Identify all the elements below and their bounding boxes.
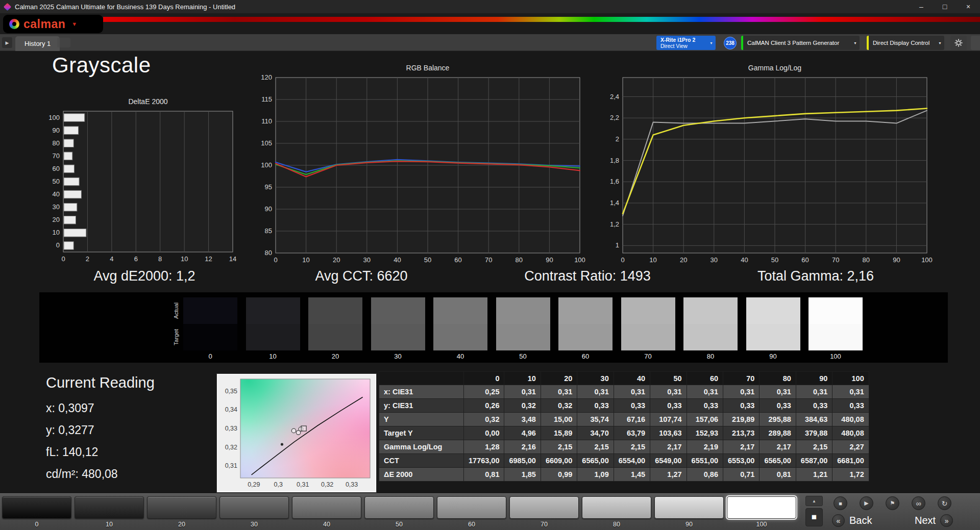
avg-de-stat: Avg dE2000: 1,2	[93, 268, 195, 284]
table-cell: 0,33	[723, 399, 760, 413]
svg-text:80: 80	[265, 249, 272, 257]
svg-text:110: 110	[261, 117, 272, 125]
svg-text:50: 50	[771, 256, 778, 264]
table-cell: 0,33	[614, 399, 650, 413]
target-swatch	[433, 324, 487, 350]
pattern-bar-expand-button[interactable]: ▲	[805, 496, 823, 506]
table-cell: 34,70	[577, 426, 614, 440]
svg-text:1,6: 1,6	[610, 178, 619, 185]
swatch-level-label: 60	[558, 352, 612, 360]
back-button[interactable]: « Back	[832, 514, 872, 527]
table-cell: 1,28	[464, 440, 504, 454]
grayscale-swatch-40	[433, 297, 487, 350]
target-swatch	[746, 324, 800, 350]
page-title: Grayscale	[52, 53, 151, 78]
table-column-header: 50	[650, 372, 687, 385]
grayscale-swatch-0	[183, 297, 237, 350]
table-cell: 1,45	[614, 468, 650, 482]
table-cell: 289,88	[760, 426, 796, 440]
target-swatch	[308, 324, 362, 350]
pattern-level-button-20[interactable]	[147, 496, 216, 519]
refresh-button[interactable]: ↻	[938, 496, 951, 510]
display-control-dropdown[interactable]: Direct Display Control ▼	[867, 36, 944, 50]
stop-button[interactable]: ■	[834, 496, 847, 510]
next-button[interactable]: Next »	[915, 514, 953, 527]
target-swatch	[808, 324, 863, 350]
table-cell: 0,33	[650, 399, 687, 413]
pattern-level-button-80[interactable]	[582, 496, 651, 519]
svg-text:0,3: 0,3	[274, 481, 283, 488]
pattern-level-button-90[interactable]	[654, 496, 724, 519]
pattern-level-label: 10	[75, 521, 144, 528]
pattern-level-button-30[interactable]	[219, 496, 289, 519]
table-cell: 67,16	[614, 413, 650, 426]
chart-title: RGB Balance	[254, 63, 587, 73]
table-row-label: Gamma Log/Log	[379, 440, 464, 454]
flag-button[interactable]: ⚑	[886, 496, 899, 510]
svg-text:100: 100	[921, 256, 933, 264]
target-swatch	[683, 324, 738, 350]
actual-swatch	[683, 297, 738, 324]
table-row-label: Y	[379, 413, 464, 426]
table-cell: 6553,00	[723, 454, 760, 468]
svg-text:90: 90	[53, 127, 60, 134]
table-cell: 0,32	[464, 413, 504, 426]
pattern-level-label: 40	[292, 521, 361, 528]
svg-text:2,4: 2,4	[610, 93, 619, 100]
toolbar-overflow	[971, 36, 980, 50]
grayscale-swatch-10	[246, 297, 300, 350]
target-swatch	[558, 324, 612, 350]
tab-history-1[interactable]: History 1	[15, 36, 60, 51]
meter-mode: Direct View	[660, 43, 688, 49]
grayscale-swatch-100	[808, 297, 863, 350]
maximize-button[interactable]: □	[933, 0, 957, 13]
table-cell: 103,63	[650, 426, 687, 440]
svg-text:85: 85	[265, 227, 272, 235]
pattern-level-label: 80	[582, 521, 651, 528]
meter-dropdown[interactable]: X-Rite i1Pro 2 Direct View ▼	[656, 36, 716, 50]
table-column-header: 0	[464, 372, 504, 385]
loop-button[interactable]: ∞	[912, 496, 925, 510]
svg-text:90: 90	[893, 256, 900, 264]
pattern-level-button-40[interactable]	[292, 496, 361, 519]
pattern-level-button-50[interactable]	[364, 496, 434, 519]
new-tab-button[interactable]	[57, 38, 70, 47]
brand-row: calman ▼	[0, 13, 980, 34]
svg-text:100: 100	[261, 161, 272, 169]
table-row-label: ΔE 2000	[379, 468, 464, 482]
pattern-level-button-100[interactable]	[727, 496, 796, 519]
svg-text:20: 20	[680, 256, 687, 264]
tab-scroll-button[interactable]: ▶	[2, 37, 12, 48]
cie-chromaticity-chart: 0,290,30,310,320,330,310,320,330,340,35	[217, 374, 376, 492]
table-cell: 0,33	[796, 399, 832, 413]
play-button[interactable]: ▶	[860, 496, 873, 510]
close-button[interactable]: ×	[957, 0, 980, 13]
calman-menu-button[interactable]: calman ▼	[3, 15, 103, 33]
table-cell: 6549,00	[650, 454, 687, 468]
table-cell: 2,15	[541, 440, 577, 454]
table-cell: 219,89	[723, 413, 760, 426]
svg-text:0,31: 0,31	[297, 481, 309, 488]
svg-text:2,2: 2,2	[610, 114, 619, 121]
settings-button[interactable]	[950, 36, 967, 50]
main-layout: Grayscale DeltaE 20000246810121401020304…	[0, 51, 980, 493]
svg-text:70: 70	[485, 256, 492, 264]
pattern-level-button-10[interactable]	[75, 496, 144, 519]
actual-swatch	[246, 297, 300, 324]
pattern-level-button-60[interactable]	[437, 496, 506, 519]
pattern-window-button[interactable]: ■	[805, 508, 823, 526]
svg-text:80: 80	[53, 139, 60, 147]
pattern-generator-dropdown[interactable]: CalMAN Client 3 Pattern Generator ▼	[741, 36, 860, 50]
svg-text:100: 100	[48, 114, 60, 121]
svg-text:0,34: 0,34	[225, 406, 237, 413]
minimize-button[interactable]: –	[910, 0, 933, 13]
svg-text:6: 6	[134, 255, 138, 263]
table-cell: 0,31	[577, 385, 614, 399]
pattern-level-button-0[interactable]	[2, 496, 71, 519]
table-cell: 6565,00	[760, 454, 796, 468]
svg-text:0: 0	[61, 255, 65, 263]
svg-text:2: 2	[86, 255, 89, 263]
pattern-level-button-70[interactable]	[509, 496, 579, 519]
svg-text:2: 2	[616, 135, 619, 143]
chevron-down-icon: ▼	[938, 41, 942, 45]
